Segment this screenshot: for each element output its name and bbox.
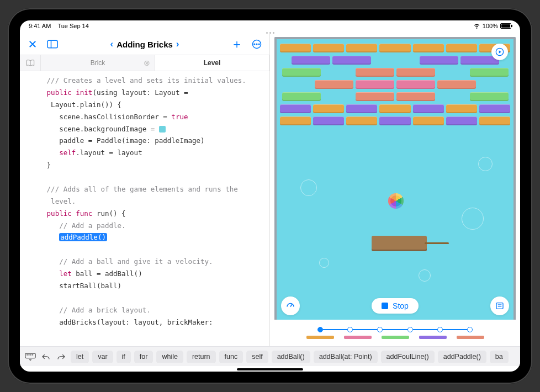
- suggestion-func[interactable]: func: [219, 351, 243, 363]
- svg-line-8: [290, 304, 292, 307]
- code-token: addPaddle(): [59, 233, 107, 241]
- wifi-icon: [473, 22, 480, 30]
- suggestion-return[interactable]: return: [187, 351, 216, 363]
- suggestion-ba[interactable]: ba: [490, 351, 509, 363]
- code-editor[interactable]: /// Creates a level and sets its initial…: [20, 71, 269, 346]
- bubble-decoration: [319, 258, 329, 268]
- code-token: let: [59, 269, 72, 278]
- code-token: run() {: [92, 209, 125, 218]
- bubble-decoration: [300, 179, 317, 196]
- redo-button[interactable]: [55, 351, 67, 363]
- code-token: /// Adds all of the game elements and ru…: [47, 185, 238, 193]
- palette-chip: [457, 336, 484, 339]
- brick: [420, 56, 458, 65]
- home-indicator-wrap: [20, 366, 520, 372]
- home-indicator[interactable]: [237, 368, 303, 370]
- battery-icon: [500, 23, 511, 29]
- tab-label: Brick: [91, 59, 105, 67]
- brick: [280, 44, 311, 52]
- code-token: Layout.plain()) {: [47, 100, 121, 109]
- tab-level[interactable]: Level: [155, 55, 269, 71]
- brick: [379, 116, 410, 125]
- svg-point-14: [29, 354, 29, 355]
- svg-rect-0: [47, 40, 57, 47]
- brick: [280, 104, 311, 113]
- brick: [396, 92, 435, 101]
- inspector-button[interactable]: [490, 296, 509, 315]
- stop-button[interactable]: Stop: [372, 298, 419, 314]
- code-token: .layout = layout: [76, 149, 142, 157]
- code-token: // Add a brick layout.: [59, 306, 151, 314]
- brick: [282, 68, 321, 77]
- color-literal-swatch[interactable]: [159, 126, 166, 133]
- suggestion-self[interactable]: self: [246, 351, 268, 363]
- palette-chip: [419, 336, 447, 339]
- step-timeline[interactable]: [274, 320, 516, 346]
- code-token: init: [76, 88, 92, 97]
- game-ball: [388, 193, 404, 209]
- brick: [396, 80, 435, 89]
- close-button[interactable]: [27, 38, 39, 50]
- brick-row: [280, 116, 510, 125]
- run-button[interactable]: [491, 44, 508, 60]
- brick: [315, 80, 353, 89]
- game-canvas[interactable]: Stop: [274, 37, 516, 320]
- code-token: // Add a paddle.: [59, 221, 125, 230]
- svg-rect-12: [25, 353, 35, 358]
- brick: [292, 56, 330, 65]
- suggestion-let[interactable]: let: [71, 351, 89, 363]
- status-time-date: 9:41 AM Tue Sep 14: [29, 23, 89, 29]
- screen: 9:41 AM Tue Sep 14 100%: [20, 20, 520, 372]
- code-token: // Add a ball and give it a velocity.: [59, 257, 213, 266]
- nav-forward-button[interactable]: ›: [176, 39, 179, 50]
- stop-icon: [382, 303, 388, 309]
- brick: [413, 44, 444, 52]
- svg-point-15: [30, 354, 31, 355]
- keyboard-dismiss-button[interactable]: [24, 351, 36, 363]
- suggestion-addfoulline[interactable]: addFoulLine(): [381, 351, 435, 363]
- brick-layout: [277, 39, 513, 130]
- toolbar: ‹ Adding Bricks › ＋: [20, 34, 269, 55]
- brick: [396, 68, 435, 77]
- palette-chip: [306, 336, 334, 339]
- tab-close-icon[interactable]: ⊗: [144, 59, 150, 67]
- brick-row: [280, 44, 510, 52]
- brick: [413, 104, 444, 113]
- suggestion-addball[interactable]: addBall(): [272, 351, 310, 363]
- svg-point-13: [27, 354, 28, 355]
- brick: [313, 116, 344, 125]
- guide-button[interactable]: [20, 55, 41, 71]
- brick: [379, 104, 410, 113]
- nav-back-button[interactable]: ‹: [110, 39, 113, 50]
- timeline-track[interactable]: [317, 327, 473, 332]
- brick-row: [280, 92, 510, 101]
- brick: [313, 104, 344, 113]
- undo-button[interactable]: [40, 351, 52, 363]
- code-suggestion-bar: letvarifforwhilereturnfuncselfaddBall()a…: [20, 346, 520, 366]
- battery-text: 100%: [483, 23, 498, 29]
- bubble-decoration: [462, 208, 484, 230]
- suggestion-while[interactable]: while: [156, 351, 183, 363]
- suggestion-var[interactable]: var: [92, 351, 113, 363]
- tab-brick[interactable]: Brick⊗: [41, 55, 155, 71]
- palette-chip: [382, 336, 409, 339]
- brick-row: [280, 56, 510, 65]
- brick: [446, 104, 477, 113]
- brick: [413, 116, 444, 125]
- suggestion-for[interactable]: for: [134, 351, 153, 363]
- suggestion-addpaddle[interactable]: addPaddle(): [438, 351, 486, 363]
- add-button[interactable]: ＋: [231, 38, 243, 50]
- more-button[interactable]: [251, 38, 263, 50]
- brick: [479, 116, 510, 125]
- brick: [470, 92, 509, 101]
- sidebar-toggle-button[interactable]: [46, 38, 59, 50]
- palette-chip: [344, 336, 372, 339]
- brick: [446, 116, 477, 125]
- code-pane: ‹ Adding Bricks › ＋ Brick⊗: [20, 34, 270, 346]
- preview-pane: Stop: [270, 34, 520, 346]
- tab-label: Level: [204, 59, 221, 67]
- speed-button[interactable]: [281, 296, 300, 315]
- svg-point-16: [33, 354, 33, 355]
- suggestion-addballatpoint[interactable]: addBall(at: Point): [314, 351, 378, 363]
- suggestion-if[interactable]: if: [117, 351, 131, 363]
